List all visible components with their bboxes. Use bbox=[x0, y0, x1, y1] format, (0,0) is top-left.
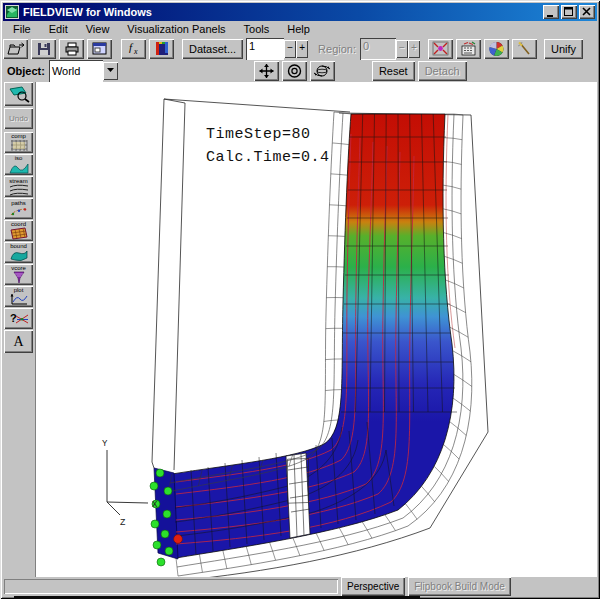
sidebar-stream-button[interactable]: stream bbox=[4, 176, 33, 197]
menu-help[interactable]: Help bbox=[278, 22, 319, 37]
dataset-increment-button[interactable]: + bbox=[296, 40, 308, 58]
region-number-input: 0 bbox=[360, 38, 396, 60]
object-select-arrow[interactable] bbox=[103, 62, 118, 80]
open-folder-icon bbox=[7, 42, 25, 56]
sidebar-undo-button: Undo bbox=[4, 108, 33, 129]
calculator-button[interactable] bbox=[456, 39, 481, 59]
region-decrement-button: − bbox=[396, 40, 408, 58]
maximize-button[interactable] bbox=[561, 5, 577, 19]
printer-icon bbox=[64, 42, 80, 56]
object-label: Object: bbox=[3, 65, 49, 77]
detach-button: Detach bbox=[418, 61, 467, 81]
wand-icon bbox=[517, 41, 533, 56]
flipbook-build-mode-button: Flipbook Build Mode bbox=[408, 577, 511, 596]
object-toolbar: Object: World Reset Detach bbox=[3, 60, 597, 82]
unify-button[interactable]: Unify bbox=[544, 39, 583, 59]
axis-y-label: Y bbox=[102, 439, 108, 449]
menu-view[interactable]: View bbox=[77, 22, 119, 37]
probe-icon: ? bbox=[9, 311, 29, 326]
iso-surface-icon bbox=[9, 161, 29, 174]
timestep-annotation: TimeStep=80 bbox=[206, 126, 311, 143]
menu-bar: File Edit View Visualization Panels Tool… bbox=[4, 22, 596, 37]
window-panel-icon bbox=[92, 42, 107, 55]
surface-zoom-icon bbox=[8, 85, 30, 103]
sidebar-paths-button[interactable]: paths bbox=[4, 198, 33, 219]
dataset-number-input[interactable]: 1 bbox=[246, 38, 284, 60]
boundary-surface-icon bbox=[9, 249, 29, 262]
window-title: FIELDVIEW for Windows bbox=[23, 6, 152, 18]
rendering-button[interactable] bbox=[484, 39, 509, 59]
sidebar-surface-zoom-button[interactable] bbox=[4, 82, 33, 106]
sidebar-probe-button[interactable]: ? bbox=[4, 308, 33, 329]
calculator-icon bbox=[460, 41, 477, 56]
axis-x-label: X bbox=[152, 500, 158, 510]
fit-view-button[interactable] bbox=[428, 39, 453, 59]
close-button[interactable] bbox=[579, 5, 595, 19]
fx-icon: fx bbox=[126, 41, 142, 56]
main-toolbar: fx Dataset... 1 − + Region: 0 − + Unify bbox=[3, 37, 597, 60]
sidebar-coord-button[interactable]: coord bbox=[4, 220, 33, 241]
sidebar-bound-button[interactable]: bound bbox=[4, 242, 33, 263]
print-button[interactable] bbox=[59, 39, 84, 59]
spin-mode-button[interactable] bbox=[310, 61, 335, 81]
dataset-decrement-button[interactable]: − bbox=[284, 40, 296, 58]
color-sphere-icon bbox=[488, 41, 505, 57]
menu-edit[interactable]: Edit bbox=[40, 22, 77, 37]
vortex-core-icon bbox=[10, 271, 28, 284]
pan-arrows-icon bbox=[258, 63, 275, 79]
annotation-label: A bbox=[13, 334, 23, 350]
tool-sidebar: Undo comp iso stream paths coord bound v… bbox=[2, 82, 36, 577]
application-window: FIELDVIEW for Windows File Edit View Vis… bbox=[0, 0, 600, 599]
globe-spin-icon bbox=[313, 63, 331, 79]
save-button[interactable] bbox=[31, 39, 56, 59]
panel-layout-button[interactable] bbox=[87, 39, 112, 59]
calctime-annotation: Calc.Time=0.4 bbox=[206, 149, 330, 166]
plot-icon bbox=[10, 293, 28, 306]
status-bar: Perspective Flipbook Build Mode bbox=[3, 577, 597, 596]
colormap-icon bbox=[154, 41, 170, 56]
seed-particle-red bbox=[174, 535, 183, 544]
status-message-field bbox=[4, 579, 338, 594]
app-logo-icon bbox=[5, 5, 19, 19]
title-bar[interactable]: FIELDVIEW for Windows bbox=[3, 3, 597, 21]
menu-file[interactable]: File bbox=[4, 22, 40, 37]
rotate-ring-icon bbox=[286, 63, 303, 79]
sidebar-iso-button[interactable]: iso bbox=[4, 154, 33, 175]
menu-tools[interactable]: Tools bbox=[235, 22, 279, 37]
floppy-icon bbox=[37, 42, 51, 56]
open-button[interactable] bbox=[3, 39, 28, 59]
undo-label: Undo bbox=[9, 114, 28, 123]
sidebar-vcore-button[interactable]: vcore bbox=[4, 264, 33, 285]
sidebar-plot-button[interactable]: plot bbox=[4, 286, 33, 307]
graphics-viewport[interactable]: Y X Z TimeStep=80 Calc.Time=0.4 bbox=[36, 82, 597, 577]
streamlines-icon bbox=[9, 184, 29, 196]
object-select[interactable]: World bbox=[49, 60, 103, 82]
particle-paths-icon bbox=[9, 206, 29, 218]
coord-surface-icon bbox=[9, 227, 29, 240]
sidebar-annotation-button[interactable]: A bbox=[4, 330, 33, 353]
perspective-button[interactable]: Perspective bbox=[341, 577, 405, 596]
axis-z-label: Z bbox=[120, 518, 126, 528]
region-label: Region: bbox=[314, 43, 360, 55]
picking-button[interactable] bbox=[512, 39, 537, 59]
function-button[interactable]: fx bbox=[121, 39, 146, 59]
rotate-mode-button[interactable] bbox=[282, 61, 307, 81]
region-increment-button: + bbox=[408, 40, 420, 58]
menu-visualization-panels[interactable]: Visualization Panels bbox=[118, 22, 234, 37]
comp-grid-icon bbox=[9, 139, 29, 152]
dataset-button[interactable]: Dataset... bbox=[182, 39, 243, 59]
translate-mode-button[interactable] bbox=[254, 61, 279, 81]
svg-text:?: ? bbox=[10, 312, 17, 324]
minimize-button[interactable] bbox=[543, 5, 559, 19]
colormap-button[interactable] bbox=[149, 39, 174, 59]
reset-button[interactable]: Reset bbox=[372, 61, 415, 81]
sidebar-comp-button[interactable]: comp bbox=[4, 132, 33, 153]
svg-text:x: x bbox=[133, 47, 138, 56]
center-arrows-icon bbox=[432, 41, 449, 56]
